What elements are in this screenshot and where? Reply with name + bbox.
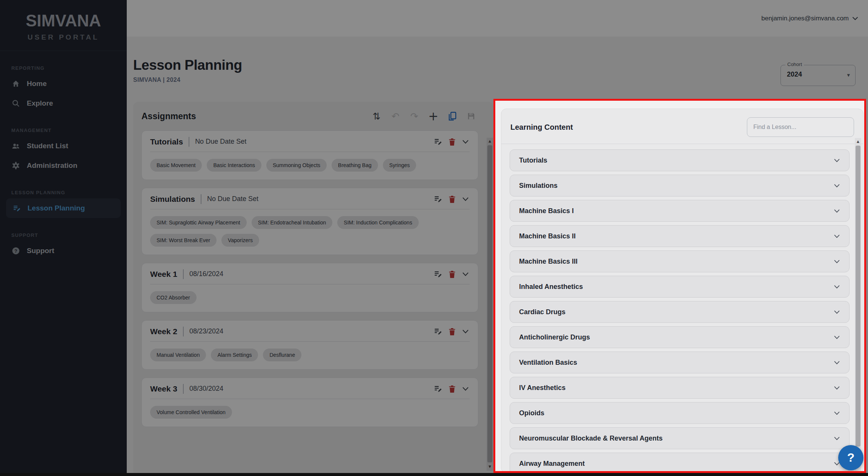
collapse-assignment-button[interactable] [461, 329, 470, 335]
scroll-up-icon[interactable]: ▲ [489, 138, 491, 144]
chevron-down-icon [834, 234, 840, 238]
sort-button[interactable]: ⇅ [372, 111, 381, 122]
learning-content-item-label: Anticholinergic Drugs [519, 333, 590, 341]
edit-assignment-button[interactable] [433, 326, 443, 336]
gear-icon [11, 161, 20, 170]
assignments-scrollbar[interactable]: ▲ ▼ [487, 138, 493, 471]
find-lesson-input[interactable] [747, 117, 854, 137]
scrollbar-thumb[interactable] [487, 145, 492, 462]
assignment-card-header: Week 2 08/23/2024 [150, 326, 470, 336]
trash-icon [449, 195, 456, 203]
chevron-down-icon [834, 285, 840, 289]
lesson-chip[interactable]: Breathing Bag [332, 159, 378, 172]
learning-content-item[interactable]: IV Anesthetics [510, 377, 850, 399]
copy-button[interactable] [447, 111, 457, 122]
sidebar-item-administration[interactable]: Administration [0, 156, 127, 175]
edit-assignment-button[interactable] [433, 269, 443, 279]
learning-content-item[interactable]: Airway Management [510, 453, 850, 473]
learning-content-item[interactable]: Machine Basics II [510, 225, 850, 247]
lesson-chip[interactable]: Desflurane [263, 349, 301, 361]
copy-icon [448, 111, 457, 121]
learning-content-item[interactable]: Simulations [510, 175, 850, 197]
lesson-chip[interactable]: Basic Interactions [207, 159, 261, 172]
chevron-down-icon [834, 335, 840, 339]
nav-section-lesson-planning: LESSON PLANNING [11, 190, 127, 195]
learning-content-item[interactable]: Ventilation Basics [510, 352, 850, 373]
trash-icon [449, 327, 456, 336]
assignment-title: Week 3 [150, 384, 177, 393]
undo-button[interactable]: ↶ [390, 111, 400, 122]
assignment-cards: Tutorials No Due Date Set [141, 131, 478, 427]
collapse-assignment-button[interactable] [461, 196, 470, 202]
chevron-down-icon [834, 310, 840, 314]
sidebar-item-label: Support [27, 247, 54, 255]
sidebar-item-support[interactable]: ? Support [0, 241, 127, 261]
scroll-up-icon[interactable]: ▲ [857, 138, 859, 145]
chevron-down-icon [834, 361, 840, 365]
sidebar-item-explore[interactable]: Explore [0, 94, 127, 113]
delete-assignment-button[interactable] [448, 137, 456, 147]
sidebar-item-lesson-planning[interactable]: Lesson Planning [6, 198, 121, 218]
help-button[interactable]: ? [838, 445, 863, 470]
delete-assignment-button[interactable] [448, 384, 456, 394]
collapse-assignment-button[interactable] [461, 386, 470, 392]
learning-content-item[interactable]: Inhaled Anesthetics [510, 276, 850, 298]
scrollbar-thumb[interactable] [856, 146, 860, 447]
divider [183, 269, 184, 279]
assignment-title: Simulations [150, 195, 195, 204]
cohort-select[interactable]: Cohort 2024 ▾ [780, 65, 856, 86]
lesson-chip[interactable]: CO2 Absorber [150, 291, 197, 304]
edit-assignment-button[interactable] [433, 137, 443, 147]
lesson-chip[interactable]: SIM: Induction Complications [337, 216, 418, 229]
assignments-header: Assignments ⇅ ↶ ↷ + [141, 102, 478, 131]
assignments-toolbar: ⇅ ↶ ↷ + [372, 111, 478, 122]
assignment-due-date: 08/23/2024 [189, 327, 223, 335]
lesson-chip[interactable]: SIM: Supraglottic Airway Placement [150, 216, 247, 229]
learning-content-item[interactable]: Machine Basics III [510, 250, 850, 272]
learning-content-item[interactable]: Cardiac Drugs [510, 301, 850, 323]
lesson-chip[interactable]: Basic Movement [150, 159, 202, 172]
sidebar-item-home[interactable]: Home [0, 74, 127, 94]
delete-assignment-button[interactable] [448, 327, 456, 336]
learning-content-scrollbar[interactable]: ▲ [855, 138, 861, 471]
delete-assignment-button[interactable] [448, 194, 456, 204]
delete-assignment-button[interactable] [448, 269, 456, 279]
lesson-chip[interactable]: Volume Controlled Ventilation [150, 406, 232, 419]
scroll-down-icon[interactable]: ▼ [489, 463, 491, 470]
chevron-down-icon [834, 184, 840, 188]
redo-button[interactable]: ↷ [409, 111, 419, 122]
learning-content-panel: Learning Content Tutorials Simulations M… [501, 109, 863, 473]
edit-assignment-button[interactable] [433, 194, 443, 204]
assignment-card-header: Week 3 08/30/2024 [150, 384, 470, 394]
assignment-card-header: Week 1 08/16/2024 [150, 269, 470, 279]
edit-assignment-button[interactable] [433, 384, 443, 394]
lesson-chip[interactable]: Summoning Objects [266, 159, 327, 172]
sidebar-item-label: Explore [27, 99, 53, 107]
sidebar-item-student-list[interactable]: Student List [0, 136, 127, 156]
nav-section-support: SUPPORT [11, 232, 127, 238]
learning-content-item[interactable]: Machine Basics I [510, 200, 850, 222]
page-header: Lesson Planning SIMVANA | 2024 [133, 57, 242, 83]
add-assignment-button[interactable]: + [428, 111, 438, 122]
learning-content-item[interactable]: Tutorials [510, 149, 850, 171]
lesson-chip[interactable]: Alarm Settings [211, 349, 258, 361]
screen-edge [0, 473, 868, 476]
divider [150, 284, 470, 284]
lesson-chip[interactable]: SIM: Worst Break Ever [150, 234, 217, 247]
learning-content-item-label: Machine Basics II [519, 232, 576, 240]
learning-content-item[interactable]: Opioids [510, 402, 850, 424]
nav-section-management: MANAGEMENT [11, 127, 127, 133]
svg-text:?: ? [14, 249, 17, 254]
lesson-chip[interactable]: Syringes [383, 159, 416, 172]
lesson-chip[interactable]: SIM: Endotracheal Intubation [252, 216, 333, 229]
collapse-assignment-button[interactable] [461, 139, 470, 145]
lesson-chips: CO2 Absorber [150, 291, 470, 304]
collapse-assignment-button[interactable] [461, 271, 470, 277]
learning-content-item[interactable]: Neuromuscular Blockade & Reversal Agents [510, 427, 850, 449]
save-button[interactable] [466, 111, 476, 122]
lesson-chip[interactable]: Vaporizers [221, 234, 259, 247]
user-account-menu[interactable]: benjamin.jones@simvana.com [761, 15, 858, 22]
learning-content-item[interactable]: Anticholinergic Drugs [510, 326, 850, 348]
sidebar-item-label: Administration [27, 161, 77, 170]
lesson-chip[interactable]: Manual Ventilation [150, 349, 206, 361]
